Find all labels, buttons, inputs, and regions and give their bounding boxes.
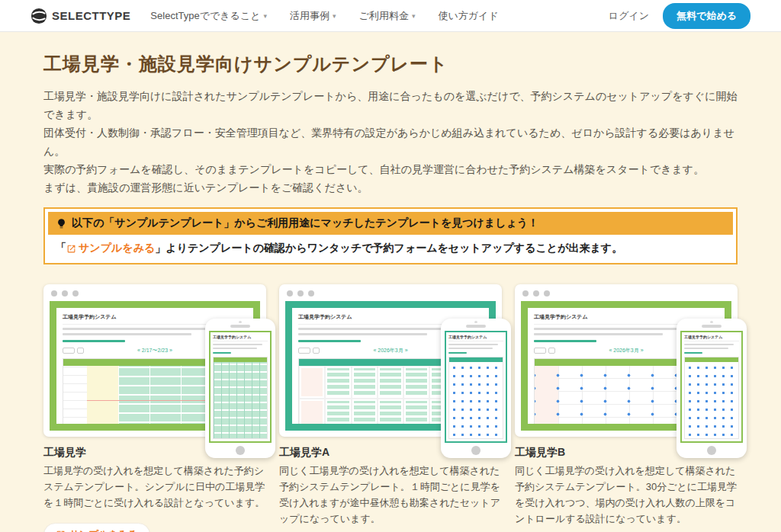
phone-calendar-graphic [213, 357, 268, 439]
phone-speaker [230, 325, 250, 328]
placeholder-text-line [63, 333, 191, 335]
phone-home-button [471, 446, 480, 455]
thumb-next-button [77, 348, 84, 354]
selecttype-logo-icon [31, 8, 47, 24]
card-actions: サンプルをみる このフォームの作り方 [43, 523, 266, 532]
phone-calendar-graphic [684, 357, 739, 439]
thumb-period-label: « 2026年3月 » [609, 347, 643, 354]
placeholder-text-line [63, 328, 229, 330]
card-description: 同じく工場見学の受け入れを想定して構築された予約システムテンプレート。１時間ごと… [279, 463, 502, 527]
phone-speaker [702, 325, 722, 328]
intro-line: 実際の予約フォームを確認し、そのままテンプレートをコピーして、自社の見学運営に合… [43, 160, 738, 178]
phone-speaker [466, 325, 486, 328]
phone-screen: 工場見学予約システム [209, 331, 272, 443]
sample-link[interactable]: サンプルをみる [66, 242, 155, 255]
intro-paragraph: 工場見学・施設見学向けに設計されたサンプルテンプレートから、用途に合ったものを選… [43, 87, 738, 197]
page-title: 工場見学・施設見学向けサンプルテンプレート [43, 52, 738, 76]
nav-item-guide[interactable]: 使い方ガイド [438, 9, 498, 23]
nav-label: SelectTypeでできること [150, 9, 260, 23]
window-dots [43, 284, 266, 301]
selecttype-logo[interactable]: SELECTTYPE [31, 8, 130, 24]
template-card: 工場見学予約システム « 2026年3月 » [279, 284, 502, 532]
card-description: 同じく工場見学の受け入れを想定して構築された予約システムテンプレート。30分ごと… [515, 463, 738, 527]
phone-home-button [236, 446, 245, 455]
placeholder-text-line [684, 348, 728, 349]
start-free-button[interactable]: 無料で始める [663, 3, 750, 29]
main-content: 工場見学・施設見学向けサンプルテンプレート 工場見学・施設見学向けに設計されたサ… [0, 32, 781, 532]
top-navigation-bar: SELECTTYPE SelectTypeでできること ▾ 活用事例 ▾ ご利用… [0, 0, 781, 32]
placeholder-text-line [213, 348, 257, 349]
placeholder-link-line [534, 340, 596, 342]
placeholder-text-line [298, 333, 427, 335]
nav-item-pricing[interactable]: ご利用料金 ▾ [359, 9, 416, 23]
template-card: 工場見学予約システム « 2026年3月 » [515, 284, 738, 532]
template-cards-grid: 工場見学予約システム « 2/17〜2/23 » [43, 284, 738, 532]
view-sample-label: サンプルをみる [69, 528, 138, 532]
nav-item-features[interactable]: SelectTypeでできること ▾ [150, 9, 267, 23]
thumb-period-label: « 2/17〜2/23 » [137, 347, 172, 354]
template-thumbnail: 工場見学予約システム « 2026年3月 » [515, 284, 738, 437]
callout-box: 以下の「サンプルテンプレート」からご利用用途にマッチしたテンプレートを見つけまし… [43, 207, 738, 264]
nav-label: 使い方ガイド [438, 9, 498, 23]
phone-screen: 工場見学予約システム [680, 331, 743, 443]
placeholder-link-line [63, 340, 125, 342]
main-nav: SelectTypeでできること ▾ 活用事例 ▾ ご利用料金 ▾ 使い方ガイド [150, 9, 498, 23]
template-card: 工場見学予約システム « 2/17〜2/23 » [43, 284, 266, 532]
card-description: 工場見学の受け入れを想定して構築された予約システムテンプレート。シンプルに日中の… [43, 463, 266, 511]
thumb-today-button [63, 348, 75, 354]
placeholder-text-line [448, 348, 493, 349]
placeholder-text-line [298, 328, 464, 330]
template-thumbnail: 工場見学予約システム « 2/17〜2/23 » [43, 284, 266, 437]
chevron-down-icon: ▾ [264, 12, 268, 20]
window-dots [515, 284, 738, 301]
thumb-today-button [298, 348, 310, 354]
thumb-app-title: 工場見学予約システム [684, 335, 739, 341]
lightbulb-icon [56, 218, 67, 229]
intro-line: 団体受付・人数制御・承認フロー・安全管理項目など、業界特有の設定があらかじめ組み… [43, 123, 738, 160]
template-thumbnail: 工場見学予約システム « 2026年3月 » [279, 284, 502, 437]
thumb-period-label: « 2026年3月 » [373, 347, 407, 354]
external-link-icon [66, 244, 76, 254]
header-actions: ログイン 無料で始める [609, 3, 750, 29]
placeholder-link-line [213, 352, 231, 354]
phone-mockup: 工場見学予約システム [441, 319, 511, 458]
phone-calendar-graphic [448, 357, 503, 439]
placeholder-text-line [534, 328, 700, 330]
chevron-down-icon: ▾ [333, 12, 336, 20]
placeholder-text-line [534, 333, 663, 335]
sample-link-label: サンプルをみる [79, 242, 155, 255]
thumb-next-button [313, 348, 320, 354]
chevron-down-icon: ▾ [412, 12, 416, 20]
placeholder-link-line [448, 352, 467, 354]
callout-suffix: 」よりテンプレートの確認からワンタッチで予約フォームをセットアップすることが出来… [155, 242, 622, 255]
placeholder-text-line [448, 344, 498, 345]
phone-mockup: 工場見学予約システム [205, 319, 275, 458]
placeholder-text-line [684, 344, 734, 345]
placeholder-text-line [213, 344, 262, 345]
thumb-app-title: 工場見学予約システム [213, 335, 268, 341]
view-sample-button[interactable]: サンプルをみる [43, 523, 150, 532]
thumb-next-button [548, 348, 555, 354]
placeholder-link-line [298, 340, 361, 342]
phone-home-button [707, 446, 716, 455]
logo-text: SELECTTYPE [52, 9, 130, 22]
callout-headline: 以下の「サンプルテンプレート」からご利用用途にマッチしたテンプレートを見つけまし… [48, 212, 733, 235]
callout-headline-text: 以下の「サンプルテンプレート」からご利用用途にマッチしたテンプレートを見つけまし… [72, 216, 538, 230]
phone-mockup: 工場見学予約システム [677, 319, 747, 458]
login-link[interactable]: ログイン [609, 9, 649, 23]
phone-screen: 工場見学予約システム [445, 331, 507, 443]
callout-body: 「 サンプルをみる 」よりテンプレートの確認からワンタッチで予約フォームをセット… [48, 235, 733, 260]
intro-line: 工場見学・施設見学向けに設計されたサンプルテンプレートから、用途に合ったものを選… [43, 87, 738, 123]
placeholder-link-line [684, 352, 702, 354]
callout-prefix: 「 [56, 242, 66, 255]
nav-label: ご利用料金 [359, 9, 409, 23]
nav-item-case-studies[interactable]: 活用事例 ▾ [290, 9, 336, 23]
intro-line: まずは、貴施設の運営形態に近いテンプレートをご確認ください。 [43, 178, 738, 197]
nav-label: 活用事例 [290, 9, 329, 23]
thumb-app-title: 工場見学予約システム [448, 335, 503, 341]
thumb-today-button [534, 348, 546, 354]
window-dots [279, 284, 502, 301]
